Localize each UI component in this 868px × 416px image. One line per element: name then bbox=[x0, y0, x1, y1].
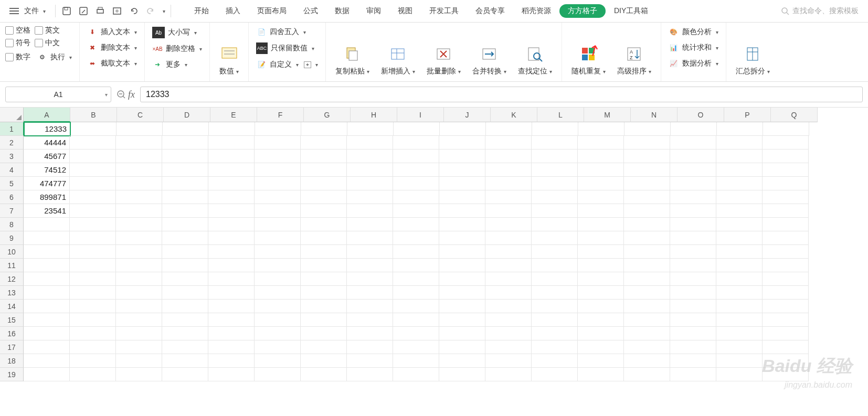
cell-K13[interactable] bbox=[485, 286, 532, 300]
cell-E2[interactable] bbox=[208, 136, 255, 150]
cell-D6[interactable] bbox=[162, 190, 208, 204]
cell-P19[interactable] bbox=[716, 368, 763, 381]
row-header-18[interactable]: 18 bbox=[0, 354, 24, 368]
cell-B19[interactable] bbox=[70, 368, 116, 381]
case-button[interactable]: Ab大小写▾ bbox=[150, 26, 204, 39]
print-icon[interactable] bbox=[94, 5, 106, 17]
cell-L3[interactable] bbox=[532, 150, 578, 163]
cell-P13[interactable] bbox=[716, 286, 763, 300]
cell-I15[interactable] bbox=[393, 313, 439, 327]
cell-I12[interactable] bbox=[393, 272, 439, 286]
col-header-A[interactable]: A bbox=[24, 108, 70, 122]
cell-L13[interactable] bbox=[532, 286, 578, 300]
cell-A1[interactable]: 12333 bbox=[24, 122, 70, 136]
cell-E1[interactable] bbox=[209, 122, 255, 136]
data-analysis-button[interactable]: 📈数据分析▾ bbox=[666, 57, 721, 70]
cell-G16[interactable] bbox=[301, 327, 347, 340]
cell-D18[interactable] bbox=[162, 354, 208, 368]
row-header-5[interactable]: 5 bbox=[0, 177, 24, 190]
cell-Q16[interactable] bbox=[763, 327, 809, 340]
col-header-Q[interactable]: Q bbox=[771, 108, 818, 122]
cell-G1[interactable] bbox=[301, 122, 347, 136]
row-header-14[interactable]: 14 bbox=[0, 300, 24, 313]
cell-E18[interactable] bbox=[208, 354, 255, 368]
cell-G6[interactable] bbox=[301, 190, 347, 204]
cell-A14[interactable] bbox=[24, 300, 70, 313]
cell-P17[interactable] bbox=[716, 340, 763, 354]
cell-B9[interactable] bbox=[70, 231, 116, 245]
cell-G3[interactable] bbox=[301, 150, 347, 163]
cell-P1[interactable] bbox=[717, 122, 763, 136]
cell-O1[interactable] bbox=[671, 122, 717, 136]
cell-J9[interactable] bbox=[439, 231, 485, 245]
cell-O13[interactable] bbox=[670, 286, 716, 300]
cell-O18[interactable] bbox=[670, 354, 716, 368]
cell-A19[interactable] bbox=[24, 368, 70, 381]
cell-J11[interactable] bbox=[439, 259, 485, 272]
cell-L2[interactable] bbox=[532, 136, 578, 150]
cell-J10[interactable] bbox=[439, 245, 485, 259]
cell-B6[interactable] bbox=[70, 190, 116, 204]
formula-input[interactable] bbox=[140, 87, 863, 102]
cell-J1[interactable] bbox=[440, 122, 486, 136]
cell-A11[interactable] bbox=[24, 259, 70, 272]
cell-K11[interactable] bbox=[485, 259, 532, 272]
save-as-icon[interactable] bbox=[78, 5, 89, 17]
cell-Q9[interactable] bbox=[763, 231, 809, 245]
color-analysis-button[interactable]: 🎨颜色分析▾ bbox=[666, 26, 721, 38]
cell-H13[interactable] bbox=[347, 286, 393, 300]
cell-A15[interactable] bbox=[24, 313, 70, 327]
undo-icon[interactable] bbox=[128, 5, 140, 17]
cell-H8[interactable] bbox=[347, 218, 393, 231]
cell-M18[interactable] bbox=[578, 354, 624, 368]
cell-E4[interactable] bbox=[208, 163, 255, 177]
cell-D16[interactable] bbox=[162, 327, 208, 340]
cell-G8[interactable] bbox=[301, 218, 347, 231]
file-menu[interactable]: 文件 ▾ bbox=[5, 6, 50, 16]
cell-P3[interactable] bbox=[716, 150, 763, 163]
cell-L1[interactable] bbox=[532, 122, 578, 136]
cell-H12[interactable] bbox=[347, 272, 393, 286]
cell-A9[interactable] bbox=[24, 231, 70, 245]
cell-J18[interactable] bbox=[439, 354, 485, 368]
keep-number-button[interactable]: ABC只保留数值▾ bbox=[254, 41, 320, 55]
cell-G14[interactable] bbox=[301, 300, 347, 313]
tab-9[interactable]: 稻壳资源 bbox=[513, 4, 559, 18]
cell-C13[interactable] bbox=[116, 286, 162, 300]
numeric-button[interactable]: 数值▾ bbox=[215, 42, 243, 78]
cell-E16[interactable] bbox=[208, 327, 255, 340]
cell-Q7[interactable] bbox=[763, 204, 809, 218]
row-header-15[interactable]: 15 bbox=[0, 313, 24, 327]
cell-B16[interactable] bbox=[70, 327, 116, 340]
cell-C3[interactable] bbox=[116, 150, 162, 163]
advanced-sort-button[interactable]: AZ高级排序▾ bbox=[613, 42, 655, 78]
check-symbol[interactable]: 符号 bbox=[5, 38, 30, 48]
custom-button[interactable]: 📝自定义▾+▾ bbox=[254, 58, 320, 71]
col-header-B[interactable]: B bbox=[70, 108, 117, 122]
cell-O11[interactable] bbox=[670, 259, 716, 272]
cell-O4[interactable] bbox=[670, 163, 716, 177]
tab-10[interactable]: 方方格子 bbox=[559, 4, 606, 18]
cell-I18[interactable] bbox=[393, 354, 439, 368]
cell-O17[interactable] bbox=[670, 340, 716, 354]
cell-A13[interactable] bbox=[24, 286, 70, 300]
cell-P8[interactable] bbox=[716, 218, 763, 231]
cell-I11[interactable] bbox=[393, 259, 439, 272]
cell-Q2[interactable] bbox=[763, 136, 809, 150]
cell-M17[interactable] bbox=[578, 340, 624, 354]
cell-G2[interactable] bbox=[301, 136, 347, 150]
cell-Q10[interactable] bbox=[763, 245, 809, 259]
cell-D7[interactable] bbox=[162, 204, 208, 218]
row-header-7[interactable]: 7 bbox=[0, 204, 24, 218]
cell-E5[interactable] bbox=[208, 177, 255, 190]
cell-J15[interactable] bbox=[439, 313, 485, 327]
cell-L17[interactable] bbox=[532, 340, 578, 354]
cell-P16[interactable] bbox=[716, 327, 763, 340]
cell-P18[interactable] bbox=[716, 354, 763, 368]
save-icon[interactable] bbox=[61, 5, 72, 17]
cell-H17[interactable] bbox=[347, 340, 393, 354]
cell-B12[interactable] bbox=[70, 272, 116, 286]
cell-H2[interactable] bbox=[347, 136, 393, 150]
cell-D1[interactable] bbox=[163, 122, 209, 136]
cell-D11[interactable] bbox=[162, 259, 208, 272]
